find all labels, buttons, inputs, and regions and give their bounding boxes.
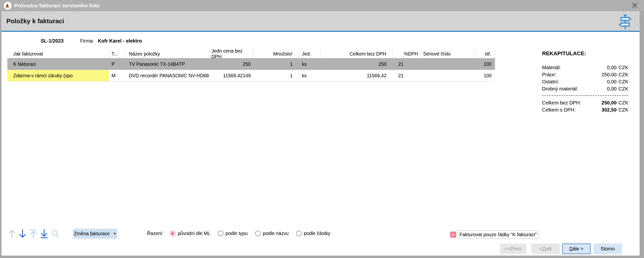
- cell-stredisko: 100: [476, 58, 495, 70]
- recap-row-drobny-material: Drobný materiál: 0,00 CZK: [542, 85, 628, 92]
- cancel-button[interactable]: Storno: [594, 244, 622, 254]
- column-header-typ[interactable]: T...: [109, 49, 124, 58]
- move-top-icon[interactable]: [29, 229, 38, 239]
- column-header-celkem[interactable]: Celkem bez DPH: [320, 49, 393, 58]
- change-invoicing-dropdown[interactable]: Změna fakturace ▼: [73, 229, 118, 239]
- column-header-nazev-polozky[interactable]: Název položky: [124, 49, 209, 58]
- radio-podle-typu[interactable]: podle typu: [218, 231, 248, 236]
- cell-typ: M: [109, 70, 124, 81]
- radio-icon: [218, 231, 224, 236]
- cell-nazev: DVD recordér PANASONIC NV-HD680 (03): [124, 70, 209, 81]
- wizard-window: Průvodce fakturací servisního listu Polo…: [0, 0, 644, 258]
- cell-celkem: 250: [320, 58, 393, 70]
- firm-name: Kofr Karel - elektro: [98, 38, 142, 43]
- radio-icon: [255, 231, 261, 236]
- checkbox-label: Fakturovat pouze řádky "K fakturaci": [458, 231, 538, 239]
- recap-title: REKAPITULACE:: [542, 50, 628, 57]
- cell-dph: 21: [393, 58, 421, 70]
- radio-puvodni-dle-ml[interactable]: původní dle ML: [170, 231, 210, 236]
- move-up-icon[interactable]: [7, 229, 16, 239]
- first-button[interactable]: << První: [500, 244, 526, 254]
- cell-jedn-cena: 250: [209, 58, 253, 70]
- cell-stredisko: 100: [476, 70, 495, 81]
- column-header-mnozstvi[interactable]: Množství: [253, 49, 300, 58]
- next-button[interactable]: Dále >: [562, 244, 590, 254]
- checkbox-checked-icon[interactable]: ✓: [450, 232, 456, 238]
- radio-icon: [296, 231, 302, 236]
- column-header-jak-fakturovat[interactable]: Jak fakturovat: [7, 49, 109, 58]
- cell-nazev: TV Panasonic TX-14B4TP: [124, 58, 209, 70]
- service-sheet-meta: SL-1/2023 Firma: Kofr Karel - elektro: [41, 38, 142, 44]
- cell-celkem: 11569,42: [320, 70, 393, 81]
- section-header: Položky k fakturaci: [2, 11, 640, 32]
- move-bottom-icon[interactable]: [40, 229, 48, 239]
- cell-jednotka: ks: [300, 70, 320, 81]
- column-header-stredisko[interactable]: stř.: [476, 49, 495, 58]
- recap-row-material: Materiál: 0,00 CZK: [542, 64, 628, 71]
- cell-mnozstvi: 1: [253, 58, 300, 70]
- sorting-options: Řazení: původní dle ML podle typu podle …: [147, 231, 338, 236]
- cell-seriove-cislo: [421, 58, 476, 70]
- recap-total-s-dph: Celkem s DPH: 302,50 CZK: [542, 106, 628, 114]
- column-header-seriove-cislo[interactable]: Sériové číslo: [421, 49, 476, 58]
- invoice-only-checkbox-row[interactable]: ✓ Fakturovat pouze řádky "K fakturaci": [450, 231, 538, 239]
- change-invoicing-label: Změna fakturace: [74, 231, 110, 237]
- recap-panel: REKAPITULACE: Materiál: 0,00 CZK Práce: …: [542, 50, 628, 114]
- firm-label: Firma:: [80, 38, 94, 43]
- cell-dph: 21: [393, 70, 421, 81]
- cell-mnozstvi: 1: [253, 70, 300, 81]
- cell-seriove-cislo: [421, 70, 476, 81]
- close-icon[interactable]: [631, 1, 638, 9]
- sorting-label: Řazení:: [147, 231, 164, 236]
- radio-selected-icon: [170, 231, 176, 236]
- recap-total-bez-dph: Celkem bez DPH: 250,00 CZK: [542, 99, 628, 106]
- cell-jak-fakturovat: K fakturaci: [7, 58, 109, 70]
- recap-separator: [542, 95, 628, 96]
- column-header-dph[interactable]: %DPH: [393, 49, 421, 58]
- search-icon[interactable]: [51, 229, 60, 239]
- recap-row-ostatni: Ostatní: 0,00 CZK: [542, 78, 628, 85]
- page-title: Položky k fakturaci: [6, 17, 64, 25]
- cell-jak-fakturovat: Zdarma-v rámci záruky (spo: [7, 70, 109, 81]
- table-header-row: Jak fakturovat T... Název položky Jedn.c…: [7, 49, 495, 58]
- title-bar: Průvodce fakturací servisního listu: [0, 0, 644, 11]
- table-row[interactable]: Zdarma-v rámci záruky (spo M DVD recordé…: [7, 70, 495, 81]
- items-table: Jak fakturovat T... Název položky Jedn.c…: [7, 49, 495, 81]
- signpost-icon: [618, 14, 633, 30]
- column-header-jedn-cena[interactable]: Jedn.cena bez DPH: [209, 49, 253, 58]
- service-sheet-number: SL-1/2023: [41, 38, 64, 43]
- table-row[interactable]: K fakturaci P TV Panasonic TX-14B4TP 250…: [7, 58, 495, 70]
- move-down-icon[interactable]: [18, 229, 27, 239]
- dialog-body: Položky k fakturaci SL-1/2023 Firma: Kof…: [2, 11, 640, 256]
- recap-row-prace: Práce: 250,00 CZK: [542, 71, 628, 78]
- cell-jednotka: ks: [300, 58, 320, 70]
- radio-podle-castky[interactable]: podle částky: [296, 231, 330, 236]
- cell-typ: P: [109, 58, 124, 70]
- window-title: Průvodce fakturací servisního listu: [14, 3, 100, 8]
- cell-jedn-cena: 11569,42149: [209, 70, 253, 81]
- column-header-jednotka[interactable]: Jed.: [300, 49, 320, 58]
- app-logo-icon: [4, 2, 12, 10]
- radio-podle-nazvu[interactable]: podle názvu: [255, 231, 289, 236]
- back-button[interactable]: < Zpět: [531, 244, 560, 254]
- chevron-down-icon: ▼: [113, 232, 116, 236]
